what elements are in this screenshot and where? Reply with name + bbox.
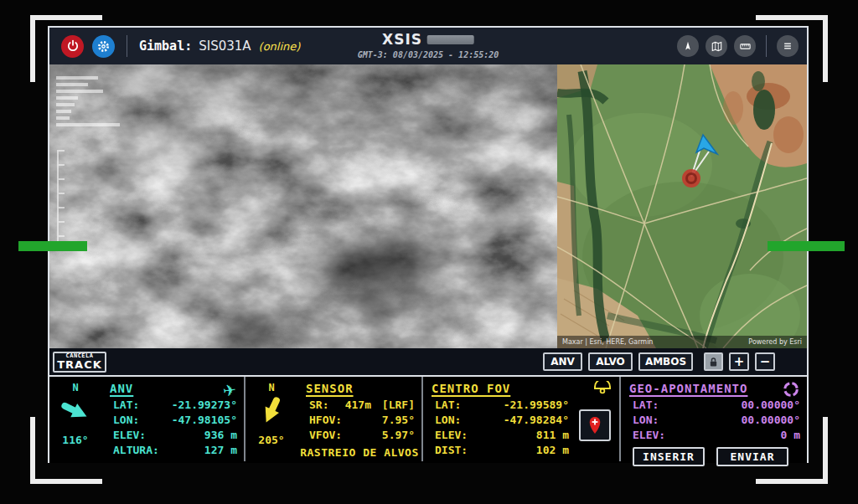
map-powered-by: Powered by Esri (748, 338, 802, 346)
centro-fov-title: CENTRO FOV (432, 382, 510, 395)
anv-altura-row: ALTURA: 127 m (101, 443, 244, 458)
drop-pin-button[interactable] (579, 409, 611, 441)
sensor-hfov-value: 7.95° (371, 413, 415, 428)
centro-elev-row: ELEV: 811 m (423, 428, 576, 443)
sensor-heading-arrow-icon (252, 392, 291, 430)
geo-buttons-row: INSERIR ENVIAR (621, 443, 807, 466)
measure-button[interactable] (734, 35, 756, 57)
inserir-button[interactable]: INSERIR (633, 447, 705, 466)
anv-panel: N 116° ANV ✈ LAT: -21.99273° LON: (49, 377, 246, 461)
centro-lon-value: -47.98284° (504, 413, 569, 428)
sensor-title: SENSOR (306, 382, 354, 395)
app-window: Gimbal: SIS031A (online) XSIS GMT-3: 08/… (48, 26, 809, 463)
view-ambos-button[interactable]: AMBOS (638, 352, 693, 371)
centro-dist-value: 102 m (536, 443, 569, 458)
settings-button[interactable] (92, 35, 115, 58)
sensor-hfov-row: HFOV: 7.95° (297, 413, 421, 428)
sensor-sr-source: [LRF] (371, 398, 415, 413)
view-anv-button[interactable]: ANV (543, 352, 582, 371)
centro-fov-panel: CENTRO FOV LAT: -21.99589° LON: (423, 377, 621, 461)
sensor-vfov-row: VFOV: 5.97° (297, 428, 421, 443)
centro-lat-value: -21.99589° (504, 398, 569, 413)
sensor-heading-value: 205° (246, 434, 297, 446)
aircraft-icon: ✈ (222, 380, 238, 400)
gimbal-status: (online) (259, 40, 301, 53)
anv-elev-row: ELEV: 936 m (101, 428, 244, 443)
zoom-in-button[interactable]: + (729, 352, 749, 371)
view-alvo-button[interactable]: ALVO (588, 352, 633, 371)
anv-elev-label: ELEV: (113, 428, 146, 443)
map-image (557, 64, 807, 348)
geo-lon-value: 00.00000° (742, 413, 800, 428)
zoom-out-button[interactable]: − (755, 352, 775, 371)
lock-button[interactable] (704, 352, 723, 371)
gear-icon (96, 39, 111, 54)
anv-altura-label: ALTURA: (113, 443, 159, 458)
geo-title: GEO-APONTAMENTO (629, 382, 747, 395)
header-actions (670, 28, 799, 64)
anv-lon-row: LON: -47.98105° (101, 413, 244, 428)
controls-strip: CANCELA TRACK ANV ALVO AMBOS + − (49, 348, 807, 375)
map-icon (711, 40, 723, 53)
calibration-bar-left (18, 241, 87, 251)
geo-elev-value: 0 m (781, 428, 800, 443)
anv-heading-value: 116° (49, 434, 101, 446)
anv-lat-row: LAT: -21.99273° (101, 398, 244, 413)
centro-dist-row: DIST: 102 m (423, 443, 576, 458)
sensor-sr-row: SR: 417m [LRF] (297, 398, 421, 413)
hamburger-icon (782, 40, 793, 52)
header-divider (127, 35, 127, 57)
map-attribution: Maxar | Esri, HERE, Garmin Powered by Es… (557, 336, 807, 348)
main-content: Maxar | Esri, HERE, Garmin Powered by Es… (49, 64, 807, 348)
map-layers-button[interactable] (706, 35, 727, 57)
satellite-map[interactable]: Maxar | Esri, HERE, Garmin Powered by Es… (557, 64, 807, 348)
anv-lon-value: -47.98105° (172, 413, 237, 428)
menu-button[interactable] (777, 35, 799, 57)
geo-lon-label: LON: (633, 413, 659, 428)
lock-icon (708, 357, 719, 368)
anv-compass: N 116° (49, 377, 101, 461)
centro-lat-row: LAT: -21.99589° (423, 398, 576, 413)
sensor-sr-label: SR: (309, 398, 328, 413)
sensor-panel: N 205° SENSOR SR: 417m [LRF] HFOV: (246, 377, 423, 461)
geo-target-circle-icon (783, 381, 799, 401)
centro-lon-label: LON: (435, 413, 461, 428)
anv-elev-value: 936 m (204, 428, 237, 443)
geo-lat-row: LAT: 00.00000° (621, 398, 807, 413)
video-scale-ruler (57, 150, 69, 250)
header-center: XSIS GMT-3: 08/03/2025 - 12:55:20 (358, 31, 499, 59)
telemetry-bar: N 116° ANV ✈ LAT: -21.99273° LON: (49, 375, 807, 463)
geo-lat-label: LAT: (633, 398, 659, 413)
app-title: XSIS (382, 31, 422, 48)
centro-dist-label: DIST: (435, 443, 468, 458)
map-attribution-text: Maxar | Esri, HERE, Garmin (562, 338, 653, 346)
sensor-vfov-value: 5.97° (371, 428, 415, 443)
centro-lon-row: LON: -47.98284° (423, 413, 576, 428)
power-button[interactable] (61, 35, 84, 58)
compass-button[interactable] (677, 35, 699, 57)
centro-lat-label: LAT: (435, 398, 461, 413)
geo-elev-label: ELEV: (633, 428, 665, 443)
anv-title: ANV (110, 382, 133, 395)
anv-lon-label: LON: (113, 413, 139, 428)
header-divider (766, 35, 767, 57)
anv-lat-label: LAT: (113, 398, 139, 413)
video-osd-text (56, 76, 120, 130)
sensor-footer: RASTREIO DE ALVOS (297, 446, 421, 459)
ruler-icon (739, 40, 752, 53)
anv-altura-value: 127 m (204, 443, 237, 458)
gimbal-label: Gimbal: (139, 39, 192, 54)
gimbal-camera-icon (593, 381, 612, 398)
enviar-button[interactable]: ENVIAR (716, 447, 788, 466)
timestamp: GMT-3: 08/03/2025 - 12:55:20 (358, 50, 499, 59)
thermal-video-feed[interactable] (49, 64, 557, 348)
power-icon (66, 39, 80, 53)
app-badge (427, 35, 474, 44)
calibration-bar-right (768, 241, 845, 251)
gimbal-id: SIS031A (199, 39, 251, 54)
centro-elev-value: 811 m (536, 428, 569, 443)
video-vignette (49, 64, 557, 348)
cancel-track-button[interactable]: CANCELA TRACK (53, 352, 106, 373)
header-bar: Gimbal: SIS031A (online) XSIS GMT-3: 08/… (49, 28, 807, 64)
sensor-sr-value: 417m (328, 398, 371, 413)
